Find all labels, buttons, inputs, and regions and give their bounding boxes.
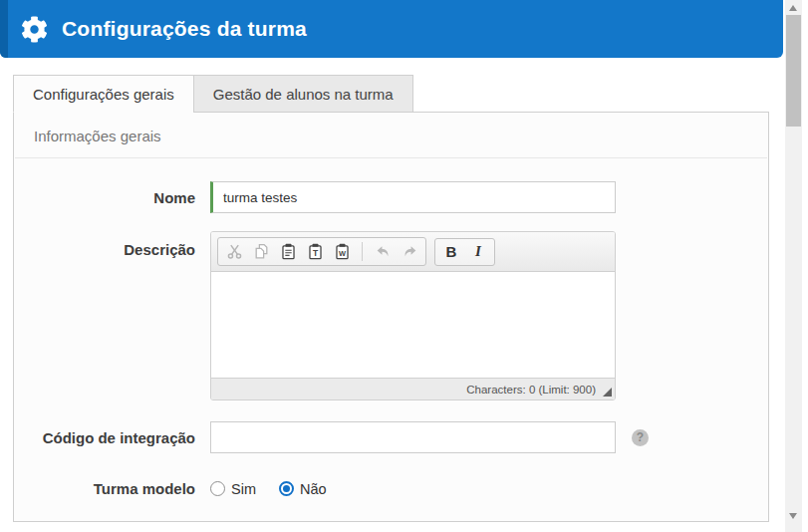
paste-word-icon[interactable]: W — [333, 243, 351, 261]
turma-modelo-label: Turma modelo — [14, 480, 210, 497]
cut-icon[interactable] — [225, 243, 243, 261]
tab-configuracoes-gerais[interactable]: Configurações gerais — [13, 75, 194, 113]
dialog-header: Configurações da turma — [0, 0, 783, 58]
svg-text:W: W — [338, 249, 345, 258]
form-row-descricao: Descrição — [14, 231, 768, 400]
rich-text-editor: T W — [210, 231, 616, 400]
gear-icon — [21, 16, 48, 43]
form-row-codigo-integracao: Código de integração ? — [14, 421, 768, 453]
codigo-integracao-input[interactable] — [210, 421, 616, 453]
paste-icon[interactable] — [279, 243, 297, 261]
radio-option-nao[interactable]: Não — [279, 481, 327, 497]
radio-sim-circle[interactable] — [210, 481, 225, 496]
settings-form: Nome Descrição — [14, 158, 768, 497]
page-title: Configurações da turma — [62, 17, 307, 41]
header-accent-stripe — [0, 0, 8, 58]
svg-text:T: T — [312, 248, 318, 258]
tab-gestao-de-alunos[interactable]: Gestão de alunos na turma — [193, 75, 413, 113]
nome-label: Nome — [14, 189, 210, 206]
tab-bar: Configurações gerais Gestão de alunos na… — [13, 75, 413, 112]
section-title: Informações gerais — [15, 113, 767, 158]
paste-text-icon[interactable]: T — [306, 243, 324, 261]
copy-icon[interactable] — [252, 243, 270, 261]
scrollbar-up-arrow-icon[interactable] — [789, 5, 797, 11]
italic-button[interactable]: I — [469, 243, 487, 261]
scrollbar-down-arrow-icon[interactable] — [789, 513, 797, 519]
radio-nao-dot — [283, 485, 290, 492]
toolbar-separator — [362, 242, 363, 261]
clipboard-toolbar-group: T W — [217, 237, 426, 266]
form-row-nome: Nome — [14, 181, 768, 213]
radio-nao-label: Não — [300, 481, 327, 497]
character-count: Characters: 0 (Limit: 900) — [466, 384, 596, 396]
form-row-turma-modelo: Turma modelo Sim Não — [14, 480, 768, 497]
editor-status-bar: Characters: 0 (Limit: 900) — [211, 378, 615, 399]
radio-nao-circle[interactable] — [279, 481, 294, 496]
tab-content-panel: Informações gerais Nome Descrição — [13, 112, 769, 522]
radio-option-sim[interactable]: Sim — [210, 481, 256, 497]
codigo-integracao-label: Código de integração — [14, 429, 210, 446]
vertical-scrollbar[interactable] — [785, 0, 802, 532]
editor-resize-handle[interactable] — [603, 388, 612, 397]
editor-toolbar: T W — [211, 232, 615, 272]
help-icon[interactable]: ? — [632, 429, 649, 446]
format-toolbar-group: B I — [434, 238, 495, 266]
redo-icon[interactable] — [401, 243, 418, 261]
undo-icon[interactable] — [374, 243, 392, 261]
scrollbar-thumb[interactable] — [786, 15, 801, 127]
turma-modelo-radio-group: Sim Não — [210, 481, 327, 497]
nome-input[interactable] — [210, 181, 616, 213]
descricao-editor-area[interactable] — [211, 272, 615, 378]
bold-button[interactable]: B — [442, 243, 460, 261]
descricao-label: Descrição — [14, 231, 210, 258]
radio-sim-label: Sim — [231, 481, 256, 497]
